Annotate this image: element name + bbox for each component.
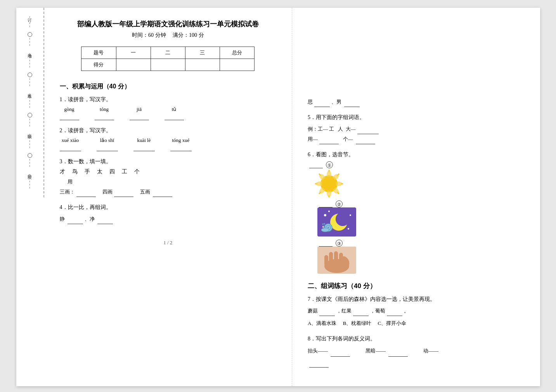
q4-extra-content: 思、男 (308, 97, 525, 107)
q6-circled-1: ① (326, 161, 333, 168)
q1-label: 1．读拼音，写汉字。 (60, 96, 277, 103)
q1-pinyin-2: tóng (100, 106, 109, 112)
score-header-1: 一 (116, 47, 151, 59)
question-4-extra: 思、男 (308, 97, 525, 107)
exam-subtitle: 时间：60 分钟 满分：100 分 (60, 32, 277, 39)
q2-answer-3[interactable] (133, 144, 155, 151)
score-cell-3 (185, 59, 220, 71)
q2-answer-1[interactable] (60, 144, 81, 151)
score-table: 题号 一 二 三 总分 得分 (81, 47, 255, 71)
q3-char-2: 鸟 (72, 168, 78, 175)
q2-pinyin-2: lǎo shī (100, 137, 114, 143)
svg-point-33 (324, 223, 325, 224)
q8-word2: 黑暗—— (365, 348, 386, 354)
margin-label-xuexiao: 学校： (27, 171, 33, 176)
q5-blank2[interactable] (319, 144, 339, 144)
left-column: 部编人教版一年级上学期语文强化训练练习一单元模拟试卷 时间：60 分钟 满分：1… (44, 8, 293, 386)
q2-item-1: xué xiào (60, 137, 81, 151)
svg-rect-37 (329, 252, 333, 265)
margin-kaochang: 考场： (16, 47, 43, 73)
question-1: 1．读拼音，写汉字。 gòng tóng jiā tǔ (60, 96, 277, 120)
q4-content: 静 、净 (60, 214, 277, 224)
q7-blank2[interactable] (353, 316, 369, 316)
svg-point-24 (348, 228, 349, 230)
svg-point-22 (328, 211, 330, 212)
q1-answer-1[interactable] (60, 113, 79, 120)
q3-fill-3[interactable] (76, 197, 96, 197)
page-number: 1 / 2 (60, 240, 277, 246)
q8-blank2[interactable] (388, 356, 408, 357)
score-header-3: 三 (185, 47, 220, 59)
q4-extra-blank2[interactable] (344, 107, 360, 107)
q3-char-4: 太 (97, 168, 102, 175)
q7-blank1[interactable] (319, 316, 335, 316)
question-4: 4．比一比，再组词。 静 、净 (60, 204, 277, 224)
q5-blank3[interactable] (356, 144, 375, 144)
margin-banji: 班级： (16, 128, 43, 153)
q7-sentence: 蘑菇，红果，葡萄。 (308, 306, 525, 316)
svg-point-17 (322, 177, 336, 191)
q4-blank2[interactable] (97, 224, 113, 224)
q8-blank3[interactable] (309, 367, 329, 368)
question-3: 3．数一数，填一填。 才 鸟 手 太 四 工 个 用 三画： 四画 五画 (60, 158, 277, 197)
q2-answer-2[interactable] (97, 144, 118, 151)
svg-point-25 (350, 214, 351, 216)
svg-point-21 (324, 214, 326, 216)
margin-circle-2 (28, 73, 32, 77)
q6-pictures: ① (308, 161, 525, 274)
q8-word1: 抬头—— (308, 348, 328, 354)
q8-content: 抬头—— 黑暗—— 动—— (308, 345, 525, 368)
q2-pinyin-4: tóng xué (172, 137, 189, 143)
score-label: 得分 (81, 59, 116, 71)
q3-char-3: 手 (85, 168, 90, 175)
q6-moon-image (317, 207, 356, 237)
margin-circle-1 (28, 32, 32, 37)
svg-point-29 (321, 228, 329, 232)
score-cell-total (220, 59, 254, 71)
q1-item-2: tóng (95, 106, 114, 120)
exam-full-score: 满分：100 分 (173, 32, 204, 38)
margin-label-banji: 班级： (27, 131, 33, 136)
q3-char-7: 个 (134, 168, 140, 175)
q4-blank1[interactable] (68, 224, 83, 224)
question-7: 7．按课文《雨后的森林》内容选一选，让美景再现。 蘑菇，红果，葡萄。 A、滴着水… (308, 296, 525, 328)
q2-pinyin-3: kuài lè (137, 137, 151, 143)
q1-answer-4[interactable] (165, 113, 184, 120)
q7-options: A、滴着水珠 B、枕着绿叶 C、撑开小伞 (308, 318, 525, 328)
section2-title: 二、组词练习（40 分） (308, 281, 525, 290)
margin-circle-3 (28, 113, 32, 117)
q5-label: 5．用下面的字组词语。 (308, 114, 525, 121)
question-8: 8．写出下列各词的反义词。 抬头—— 黑暗—— 动—— (308, 335, 525, 368)
q2-item-3: kuài lè (133, 137, 155, 151)
q6-hand-image (317, 247, 356, 274)
q2-item-4: tóng xué (170, 137, 192, 151)
q3-char-6: 工 (122, 168, 127, 175)
q2-item-2: lǎo shī (97, 137, 118, 151)
exam-title: 部编人教版一年级上学期语文强化训练练习一单元模拟试卷 (60, 19, 277, 29)
margin-xingming: 姓名： (16, 87, 43, 113)
margin-ding: 订 (16, 12, 43, 32)
margin-label-kaochang: 考场： (27, 50, 33, 55)
score-cell-2 (151, 59, 185, 71)
q2-label: 2．读拼音，写汉字。 (60, 127, 277, 134)
q5-example: 例：工— 工 人 大— (308, 124, 525, 134)
q3-fill-5[interactable] (153, 197, 172, 197)
q8-blank1[interactable] (331, 356, 350, 357)
question-6: 6．看图，选音节。 ① (308, 151, 525, 274)
q1-answer-2[interactable] (95, 113, 114, 120)
q1-answer-3[interactable] (130, 113, 149, 120)
q4-extra-blank1[interactable] (314, 107, 330, 107)
q1-item-4: tǔ (165, 106, 184, 120)
section1-title: 一、积累与运用（40 分） (60, 83, 277, 91)
score-header-tihao: 题号 (81, 47, 116, 59)
q2-pinyin-row: xué xiào lǎo shī kuài lè tóng xué (60, 137, 277, 151)
q3-char-5: 四 (109, 168, 115, 175)
q3-fill-4[interactable] (114, 197, 133, 197)
q6-circled-3: ③ (336, 240, 343, 247)
q1-pinyin-4: tǔ (172, 106, 177, 112)
q7-blank3[interactable] (387, 316, 402, 316)
q6-label: 6．看图，选音节。 (308, 151, 525, 158)
margin-circle-4 (28, 153, 32, 158)
q3-char-1: 才 (60, 168, 65, 175)
q2-answer-4[interactable] (170, 144, 192, 151)
